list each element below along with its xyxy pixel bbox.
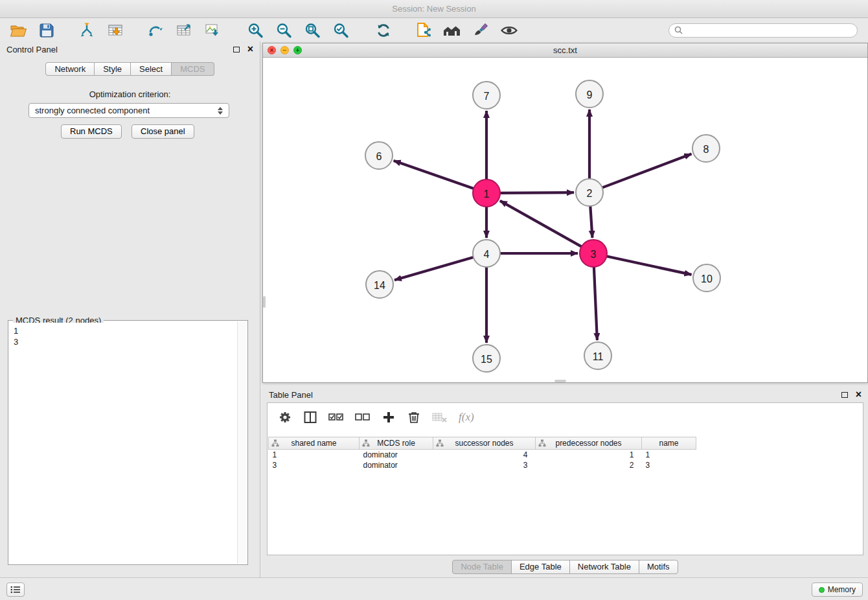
edge-1-to-6[interactable] <box>394 161 474 189</box>
edge-3-to-10[interactable] <box>607 257 692 275</box>
minimize-window-button[interactable]: − <box>280 46 289 54</box>
refresh-view-button[interactable] <box>372 21 395 40</box>
graph-node-1[interactable]: 1 <box>473 179 500 207</box>
column-header-successor-nodes[interactable]: successor nodes <box>433 437 536 450</box>
mcds-result-text[interactable]: 1 3 <box>10 323 236 562</box>
graph-node-4[interactable]: 4 <box>473 240 500 267</box>
network-canvas[interactable]: 1234678910111415 <box>263 58 867 382</box>
cell-predecessor-nodes[interactable]: 1 <box>536 450 642 460</box>
window-titlebar: Session: New Session <box>0 0 868 18</box>
criterion-dropdown[interactable]: strongly connected component <box>29 103 229 118</box>
cell-MCDS-role[interactable]: dominator <box>360 460 433 470</box>
zoom-in-button[interactable] <box>244 21 267 40</box>
float-window-icon[interactable] <box>233 47 240 52</box>
vertical-scrollbar[interactable] <box>263 296 266 308</box>
import-table-button[interactable] <box>104 21 127 40</box>
cell-name[interactable]: 3 <box>642 460 696 470</box>
run-mcds-button[interactable]: Run MCDS <box>61 124 122 139</box>
table-row[interactable]: 3dominator323 <box>269 460 696 470</box>
tab-network[interactable]: Network <box>45 62 95 76</box>
float-window-icon[interactable] <box>841 392 848 398</box>
apply-style-button[interactable] <box>469 21 492 40</box>
tab-motifs[interactable]: Motifs <box>639 560 678 574</box>
close-panel-button[interactable]: Close panel <box>131 124 194 139</box>
cell-name[interactable]: 1 <box>642 450 696 460</box>
zoom-window-button[interactable]: + <box>293 46 302 54</box>
tab-style[interactable]: Style <box>95 62 131 76</box>
result-scrollbar[interactable] <box>237 321 247 564</box>
cell-successor-nodes[interactable]: 4 <box>433 450 536 460</box>
edge-3-to-11[interactable] <box>594 267 597 340</box>
export-table-button[interactable] <box>172 21 196 40</box>
graph-node-2[interactable]: 2 <box>576 179 603 206</box>
memory-button[interactable]: Memory <box>812 583 863 597</box>
column-header-MCDS-role[interactable]: MCDS role <box>360 437 433 450</box>
show-columns-button[interactable] <box>303 411 317 424</box>
zoom-selected-button[interactable] <box>329 21 352 40</box>
graph-node-15[interactable]: 15 <box>473 345 500 372</box>
graph-node-3[interactable]: 3 <box>580 240 607 267</box>
network-overview-button[interactable] <box>440 21 464 40</box>
zoom-in-icon <box>247 22 264 39</box>
graph-node-6[interactable]: 6 <box>365 142 393 169</box>
cell-successor-nodes[interactable]: 3 <box>433 460 536 470</box>
tab-node-table[interactable]: Node Table <box>452 560 512 574</box>
export-image-button[interactable] <box>201 21 224 40</box>
clear-all-checkboxes-button[interactable] <box>355 412 371 422</box>
edge-4-to-14[interactable] <box>394 257 474 280</box>
task-history-button[interactable] <box>6 583 25 597</box>
graph-node-9[interactable]: 9 <box>576 80 603 108</box>
status-bar: Memory <box>0 577 868 600</box>
svg-text:8: 8 <box>703 144 709 155</box>
task-list-icon <box>10 586 21 594</box>
search-input[interactable] <box>686 26 852 35</box>
import-network-button[interactable] <box>75 21 98 40</box>
close-window-button[interactable]: × <box>268 46 276 54</box>
function-builder-button[interactable]: f(x) <box>459 411 474 424</box>
column-header-name[interactable]: name <box>642 437 696 450</box>
import-table-icon <box>107 22 124 39</box>
delete-column-button[interactable] <box>407 411 421 424</box>
open-session-button[interactable] <box>6 21 30 40</box>
graph-node-10[interactable]: 10 <box>693 264 720 292</box>
show-hide-graphics-button[interactable] <box>497 21 521 40</box>
edge-2-to-3[interactable] <box>590 206 592 238</box>
tab-edge-table[interactable]: Edge Table <box>511 560 570 574</box>
tab-network-table[interactable]: Network Table <box>569 560 639 574</box>
table-panel-header: Table Panel × <box>262 387 868 402</box>
horizontal-scrollbar[interactable] <box>554 380 566 382</box>
edge-1-to-2[interactable] <box>500 192 574 193</box>
edge-layer <box>394 110 692 343</box>
select-all-checkboxes-button[interactable] <box>328 412 344 422</box>
column-header-predecessor-nodes[interactable]: predecessor nodes <box>536 437 642 450</box>
edge-3-to-1[interactable] <box>500 201 582 247</box>
table-row[interactable]: 1dominator411 <box>269 450 696 460</box>
zoom-out-button[interactable] <box>272 21 295 40</box>
plus-icon <box>383 411 394 423</box>
edge-2-to-8[interactable] <box>602 154 692 188</box>
graph-node-8[interactable]: 8 <box>692 135 720 162</box>
close-panel-icon[interactable]: × <box>856 389 862 400</box>
cell-predecessor-nodes[interactable]: 2 <box>536 460 642 470</box>
column-header-label: successor nodes <box>455 439 513 448</box>
mcds-result-group: MCDS result (2 nodes) 1 3 <box>8 320 248 565</box>
clone-network-button[interactable] <box>412 21 435 40</box>
graph-node-11[interactable]: 11 <box>584 342 611 369</box>
add-column-button[interactable] <box>382 411 396 423</box>
cell-shared-name[interactable]: 1 <box>269 450 360 460</box>
cell-shared-name[interactable]: 3 <box>269 460 360 470</box>
zoom-fit-button[interactable] <box>301 21 324 40</box>
import-network-icon <box>78 22 95 39</box>
save-session-button[interactable] <box>35 21 58 40</box>
close-panel-icon[interactable]: × <box>247 44 253 54</box>
column-header-shared-name[interactable]: shared name <box>269 437 360 450</box>
graph-node-14[interactable]: 14 <box>366 271 393 298</box>
export-network-button[interactable] <box>144 21 167 40</box>
cell-MCDS-role[interactable]: dominator <box>360 450 433 460</box>
tab-select[interactable]: Select <box>131 62 172 76</box>
graph-node-7[interactable]: 7 <box>473 82 500 109</box>
table-settings-button[interactable] <box>278 411 292 424</box>
search-box[interactable] <box>668 23 858 38</box>
folder-open-icon <box>10 23 27 38</box>
tab-mcds[interactable]: MCDS <box>172 62 214 76</box>
